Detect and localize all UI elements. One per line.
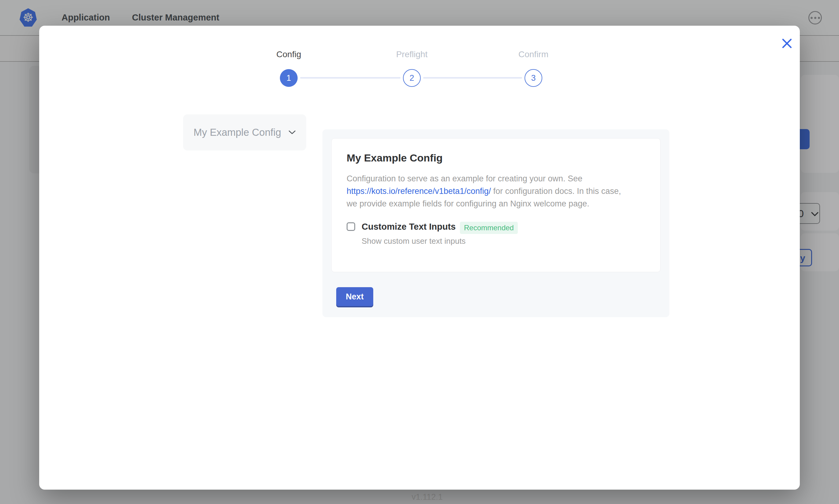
next-button[interactable]: Next (336, 287, 373, 306)
step-connector (300, 77, 400, 78)
recommended-badge: Recommended (460, 222, 518, 234)
chevron-down-icon (288, 130, 296, 135)
config-group-card: My Example Config Configuration to serve… (331, 138, 661, 272)
step-label-confirm: Confirm (487, 50, 579, 59)
config-group-title: My Example Config (347, 152, 645, 164)
checkbox-row: Customize Text Inputs Recommended (347, 221, 645, 234)
step-circle-2: 2 (403, 69, 421, 87)
config-wizard-modal: Config Preflight Confirm 1 2 3 My Exampl… (39, 26, 800, 490)
step-label-preflight: Preflight (366, 50, 458, 59)
step-circle-1: 1 (280, 69, 298, 87)
config-group-dropdown[interactable]: My Example Config (183, 114, 306, 150)
step-connector (423, 77, 522, 78)
config-section-panel: My Example Config Configuration to serve… (322, 129, 669, 317)
customize-text-inputs-checkbox[interactable] (347, 222, 355, 231)
config-docs-link[interactable]: https://kots.io/reference/v1beta1/config… (347, 186, 491, 196)
step-circle-3: 3 (525, 69, 542, 87)
checkbox-label[interactable]: Customize Text Inputs (362, 221, 456, 232)
config-group-label: My Example Config (193, 127, 281, 138)
screen: ☸ Application Cluster Management 0 y v1.… (0, 0, 839, 504)
step-label-config: Config (243, 50, 335, 59)
close-icon[interactable] (780, 37, 794, 50)
checkbox-help-text: Show custom user text inputs (362, 236, 645, 246)
config-group-description: Configuration to serve as an example for… (347, 173, 645, 210)
